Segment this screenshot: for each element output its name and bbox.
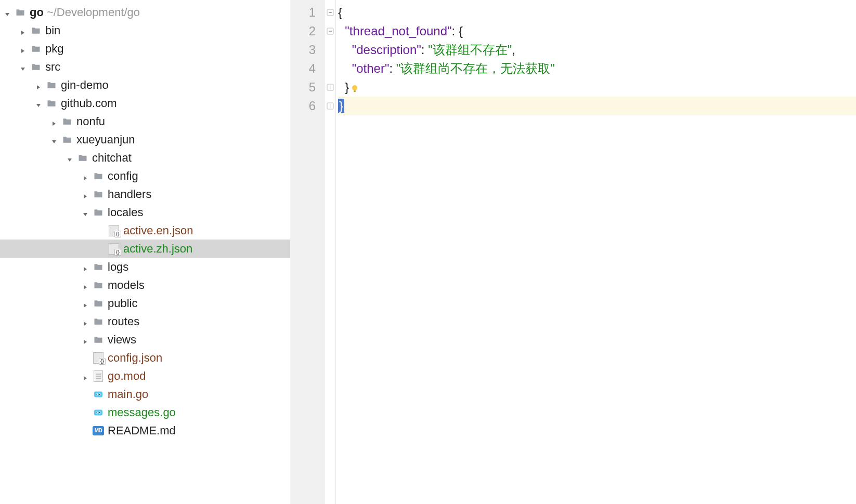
code-line: "thread_not_found": {: [338, 22, 856, 41]
tree-node-bin[interactable]: bin: [0, 21, 290, 39]
tree-label: go: [30, 6, 44, 19]
code-line: }: [338, 97, 856, 115]
chevron-down-icon: [34, 99, 43, 108]
json-file-icon: {}: [108, 243, 120, 255]
svg-rect-0: [94, 391, 103, 397]
tree-label: config: [108, 169, 138, 183]
tree-label: config.json: [108, 351, 162, 365]
tree-node-gindemo[interactable]: gin-demo: [0, 76, 290, 94]
tree-node-root[interactable]: go ~/Development/go: [0, 3, 290, 21]
tree-node-locales[interactable]: locales: [0, 203, 290, 221]
intention-bulb-icon[interactable]: [350, 84, 359, 93]
folder-icon: [46, 79, 57, 91]
tree-label: gin-demo: [61, 78, 109, 92]
tree-node-routes[interactable]: routes: [0, 312, 290, 330]
line-number: 2: [290, 22, 316, 41]
svg-rect-15: [354, 90, 356, 92]
tree-label: logs: [108, 260, 128, 274]
svg-point-8: [96, 412, 97, 413]
code-line: }: [338, 78, 856, 97]
tree-label: xueyuanjun: [76, 133, 135, 147]
svg-point-4: [99, 394, 100, 395]
chevron-right-icon: [81, 336, 89, 344]
svg-rect-5: [94, 409, 103, 415]
fold-end-icon[interactable]: [325, 97, 335, 115]
tree-label: active.zh.json: [123, 242, 192, 256]
fold-end-icon[interactable]: [325, 78, 335, 97]
chevron-right-icon: [81, 190, 89, 198]
chevron-right-icon: [50, 117, 58, 126]
tree-node-src[interactable]: src: [0, 58, 290, 76]
folder-icon: [93, 207, 104, 218]
tree-node-xueyuanjun[interactable]: xueyuanjun: [0, 130, 290, 149]
tree-node-active-zh[interactable]: {} active.zh.json: [0, 240, 290, 258]
tree-label: locales: [108, 206, 143, 219]
chevron-right-icon: [81, 372, 89, 380]
tree-label: pkg: [45, 42, 63, 56]
tree-node-handlers[interactable]: handlers: [0, 185, 290, 203]
fold-toggle-icon[interactable]: [325, 3, 335, 22]
markdown-file-icon: MD: [93, 425, 104, 436]
code-editor[interactable]: 1 2 3 4 5 6 { "thread_not_found": { "des…: [290, 0, 856, 504]
tree-label: chitchat: [92, 151, 132, 165]
tree-label: main.go: [108, 388, 148, 401]
folder-icon: [93, 261, 104, 273]
tree-node-nonfu[interactable]: nonfu: [0, 112, 290, 130]
folder-icon: [30, 61, 42, 73]
tree-path: ~/Development/go: [47, 6, 140, 19]
json-file-icon: {}: [108, 225, 120, 236]
fold-gutter: [325, 0, 336, 504]
folder-icon: [93, 189, 104, 200]
tree-node-public[interactable]: public: [0, 294, 290, 312]
tree-node-config[interactable]: config: [0, 167, 290, 185]
go-file-icon: [93, 389, 104, 400]
chevron-down-icon: [81, 208, 89, 217]
folder-icon: [93, 298, 104, 309]
tree-label: src: [45, 60, 60, 74]
line-number: 5: [290, 78, 316, 97]
json-file-icon: {}: [93, 352, 104, 364]
chevron-right-icon: [81, 281, 89, 289]
folder-icon: [93, 316, 104, 327]
mod-file-icon: [93, 370, 104, 382]
chevron-right-icon: [81, 317, 89, 326]
tree-label: public: [108, 297, 137, 310]
tree-node-views[interactable]: views: [0, 330, 290, 349]
tree-node-gomod[interactable]: go.mod: [0, 367, 290, 385]
tree-node-messagesgo[interactable]: messages.go: [0, 403, 290, 421]
tree-node-readme[interactable]: MD README.md: [0, 421, 290, 440]
line-number: 3: [290, 41, 316, 59]
tree-node-maingo[interactable]: main.go: [0, 385, 290, 403]
tree-label: README.md: [108, 424, 176, 437]
line-number: 1: [290, 3, 316, 22]
chevron-right-icon: [19, 26, 27, 35]
tree-label: handlers: [108, 188, 151, 201]
tree-label: views: [108, 333, 136, 347]
chevron-right-icon: [81, 263, 89, 271]
code-area[interactable]: { "thread_not_found": { "description": "…: [336, 0, 856, 504]
tree-node-config-json[interactable]: {} config.json: [0, 349, 290, 367]
code-line: "other": "该群组尚不存在，无法获取": [338, 59, 856, 78]
fold-toggle-icon[interactable]: [325, 22, 335, 41]
line-number: 4: [290, 59, 316, 78]
line-number-gutter: 1 2 3 4 5 6: [290, 0, 325, 504]
project-tree[interactable]: go ~/Development/go bin pkg src gin-demo…: [0, 0, 290, 504]
folder-icon: [61, 116, 73, 127]
folder-icon: [77, 152, 88, 164]
tree-node-models[interactable]: models: [0, 276, 290, 294]
folder-icon: [46, 98, 57, 109]
chevron-right-icon: [19, 45, 27, 53]
tree-node-active-en[interactable]: {} active.en.json: [0, 221, 290, 240]
tree-node-pkg[interactable]: pkg: [0, 39, 290, 58]
svg-point-14: [352, 85, 357, 90]
folder-icon: [30, 25, 42, 36]
tree-label: nonfu: [76, 115, 105, 128]
tree-node-logs[interactable]: logs: [0, 258, 290, 276]
tree-label: routes: [108, 315, 139, 328]
tree-label: models: [108, 278, 145, 292]
go-file-icon: [93, 407, 104, 418]
tree-node-chitchat[interactable]: chitchat: [0, 149, 290, 167]
tree-node-github[interactable]: github.com: [0, 94, 290, 112]
chevron-down-icon: [19, 63, 27, 71]
chevron-down-icon: [3, 8, 11, 17]
